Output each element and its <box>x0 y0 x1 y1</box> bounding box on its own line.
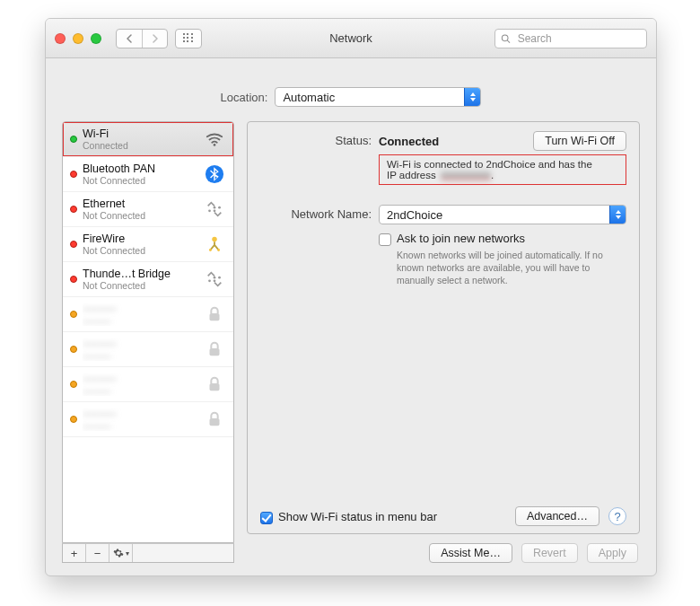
service-detail: Status: Connected Turn Wi-Fi Off Wi-Fi i… <box>247 121 640 563</box>
lock-icon <box>203 338 226 361</box>
bluetooth-icon <box>203 162 226 186</box>
service-name: ——— <box>83 303 197 315</box>
status-dot <box>70 381 77 388</box>
services-list[interactable]: Wi-FiConnectedBluetooth PANNot Connected… <box>62 121 234 543</box>
status-dot <box>70 346 77 353</box>
service-item-ethernet[interactable]: EthernetNot Connected <box>63 192 233 227</box>
svg-rect-16 <box>210 348 220 356</box>
toggle-wifi-button[interactable]: Turn Wi-Fi Off <box>533 131 626 151</box>
ethernet-icon <box>203 268 226 291</box>
search-icon <box>501 33 511 44</box>
ask-join-label: Ask to join new networks <box>397 232 525 245</box>
assist-me-button[interactable]: Assist Me… <box>429 543 512 563</box>
nav-segmented <box>116 29 168 48</box>
svg-point-11 <box>208 279 211 282</box>
gear-icon <box>113 548 124 558</box>
service-status: Not Connected <box>83 175 197 186</box>
status-dot <box>70 311 77 318</box>
svg-point-0 <box>502 34 508 40</box>
network-name-value: 2ndChoice <box>380 208 609 222</box>
svg-point-7 <box>214 206 216 209</box>
location-row: Location: Automatic <box>62 73 640 107</box>
lock-icon <box>203 303 226 326</box>
location-select[interactable]: Automatic <box>275 87 481 107</box>
svg-point-6 <box>218 206 221 209</box>
lock-icon <box>203 408 226 431</box>
services-toolbar: + − ▾ <box>62 543 234 563</box>
show-status-label: Show Wi-Fi status in menu bar <box>278 510 437 523</box>
search-input[interactable] <box>516 31 641 46</box>
service-status: Connected <box>83 140 197 151</box>
status-dot <box>70 416 77 423</box>
svg-rect-17 <box>210 383 220 391</box>
svg-point-12 <box>214 279 216 282</box>
revert-button[interactable]: Revert <box>521 543 578 563</box>
status-dot <box>70 276 77 283</box>
add-service-button[interactable]: + <box>63 544 86 562</box>
window-body: Location: Automatic Wi-FiConnectedBlueto… <box>46 58 656 575</box>
svg-point-10 <box>217 249 220 251</box>
window-controls <box>55 33 101 44</box>
status-dot <box>70 241 77 248</box>
network-name-select[interactable]: 2ndChoice <box>379 205 626 224</box>
search-field[interactable] <box>494 29 647 48</box>
zoom-window[interactable] <box>91 33 101 44</box>
forward-button[interactable] <box>142 30 167 48</box>
back-button[interactable] <box>117 30 142 48</box>
service-item-wifi[interactable]: Wi-FiConnected <box>63 122 233 157</box>
service-item-bluetooth[interactable]: Bluetooth PANNot Connected <box>63 157 233 192</box>
svg-rect-15 <box>210 313 220 321</box>
location-value: Automatic <box>276 91 464 104</box>
service-status: ——— <box>83 385 197 396</box>
service-name: Bluetooth PAN <box>83 162 197 175</box>
service-item-lock[interactable]: —————— <box>63 297 233 332</box>
status-dot <box>70 136 77 143</box>
remove-service-button[interactable]: − <box>86 544 109 562</box>
service-item-firewire[interactable]: FireWireNot Connected <box>63 227 233 262</box>
close-window[interactable] <box>55 33 66 44</box>
ask-join-hint: Known networks will be joined automatica… <box>379 249 621 287</box>
show-all-button[interactable] <box>175 29 202 48</box>
service-name: FireWire <box>83 233 197 245</box>
svg-point-2 <box>214 144 216 146</box>
service-status: Not Connected <box>83 245 197 256</box>
svg-point-8 <box>212 237 217 242</box>
service-status: Not Connected <box>83 210 197 221</box>
ethernet-icon <box>203 198 226 221</box>
svg-point-4 <box>208 209 211 212</box>
network-prefs-window: Network Location: Automatic Wi-Fi <box>45 18 657 576</box>
service-item-lock[interactable]: —————— <box>63 402 233 437</box>
svg-rect-18 <box>210 418 220 426</box>
ask-join-checkbox[interactable]: Ask to join new networks <box>379 232 626 245</box>
minimize-window[interactable] <box>73 33 83 44</box>
service-name: Thunde…t Bridge <box>83 268 197 280</box>
service-name: ——— <box>83 373 197 385</box>
service-status: ——— <box>83 315 197 326</box>
service-name: ——— <box>83 338 197 350</box>
status-dot <box>70 171 77 178</box>
wifi-icon <box>203 127 226 151</box>
service-status: Not Connected <box>83 280 197 291</box>
status-dot <box>70 206 77 213</box>
service-name: Ethernet <box>83 198 197 210</box>
select-stepper-icon <box>464 88 480 106</box>
service-status: ——— <box>83 420 197 431</box>
ip-address-redacted <box>441 171 491 180</box>
service-item-lock[interactable]: —————— <box>63 332 233 367</box>
service-item-lock[interactable]: —————— <box>63 367 233 402</box>
titlebar: Network <box>46 19 656 58</box>
lock-icon <box>203 373 226 396</box>
advanced-button[interactable]: Advanced… <box>515 506 599 526</box>
apply-button[interactable]: Apply <box>587 543 638 563</box>
services-sidebar: Wi-FiConnectedBluetooth PANNot Connected… <box>62 121 234 563</box>
service-item-ethernet[interactable]: Thunde…t BridgeNot Connected <box>63 262 233 297</box>
service-name: Wi-Fi <box>83 127 197 140</box>
show-status-checkbox[interactable]: Show Wi-Fi status in menu bar <box>260 510 437 523</box>
svg-point-14 <box>214 277 216 279</box>
svg-point-13 <box>218 277 221 279</box>
service-actions-menu[interactable]: ▾ <box>109 544 133 562</box>
help-button[interactable]: ? <box>608 507 626 525</box>
action-row: Assist Me… Revert Apply <box>247 534 640 563</box>
status-label: Status: <box>260 131 379 147</box>
chevron-down-icon: ▾ <box>126 549 129 558</box>
